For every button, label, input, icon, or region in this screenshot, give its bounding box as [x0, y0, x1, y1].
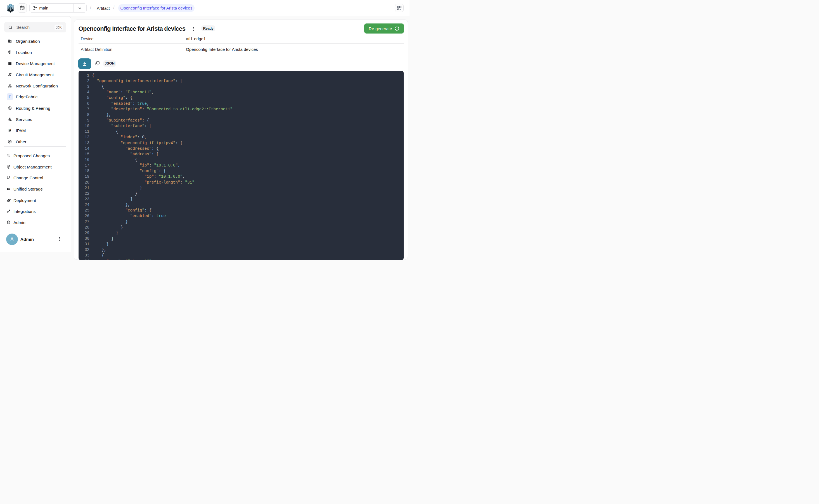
- svg-text:IP: IP: [9, 129, 11, 131]
